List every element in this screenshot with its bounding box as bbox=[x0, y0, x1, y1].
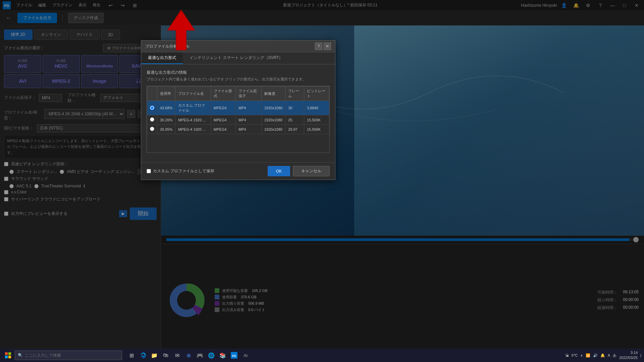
row-format-1: MPEG4 bbox=[211, 115, 235, 125]
col-fps: フレーム bbox=[285, 86, 304, 101]
row-usage-2: 26.05% bbox=[157, 125, 175, 134]
table-row[interactable]: 30.26% MPEG-4 1920 ... MPEG4 MP4 1920x10… bbox=[147, 115, 329, 125]
row-ext-0: MP4 bbox=[236, 101, 262, 115]
dialog-tab-optimal[interactable]: 最適な出力形式 bbox=[141, 52, 183, 64]
table-container[interactable]: 使用率 プロファイル名 ファイル形式 ファイル拡張子 解像度 フレーム ビットレ… bbox=[147, 86, 330, 153]
weather-icon: 🌤 bbox=[565, 353, 569, 357]
powerdirector-icon[interactable]: PD bbox=[229, 350, 239, 361]
taskbar: 🔍 ⊞ 📁 🛍 ✉ ⊕ 🎮 🌐 📚 PD Ai 🌤 9℃ ∧ � bbox=[0, 349, 644, 362]
table-row[interactable]: 43.68% カスタム プロファイル MPEG4 MP4 644x362 3… bbox=[147, 101, 329, 115]
table-body: 43.68% カスタム プロファイル MPEG4 MP4 644x362 3… bbox=[147, 101, 329, 134]
col-radio bbox=[147, 86, 157, 101]
row-profile-2: MPEG-4 1920 ... bbox=[175, 125, 211, 134]
dialog-close-btn[interactable]: ✕ bbox=[324, 43, 331, 50]
app9-icon[interactable]: 📚 bbox=[217, 350, 228, 361]
dialog-help-btn[interactable]: ? bbox=[315, 43, 322, 50]
chrome-icon[interactable]: ⊕ bbox=[183, 350, 194, 361]
col-ext: ファイル拡張子 bbox=[236, 86, 262, 101]
clock-date: 2022/03/25 bbox=[619, 355, 638, 360]
notification-tray-icon[interactable]: 🔔 bbox=[600, 353, 605, 358]
row-ext-1: MP4 bbox=[236, 115, 262, 125]
row-profile-1: MPEG-4 1920 ... bbox=[175, 115, 211, 125]
dialog-info-desc: プロジェクト内で最も多く使われているビデオ クリップの形式から、出力形式を選択で… bbox=[147, 77, 330, 82]
svg-text:PD: PD bbox=[232, 354, 236, 358]
row-format-2: MPEG4 bbox=[211, 125, 235, 134]
row-format-0: MPEG4 bbox=[211, 101, 235, 115]
row-radio-1[interactable] bbox=[150, 117, 154, 122]
dialog-title-text: プロファイル分析ツール bbox=[145, 44, 190, 49]
dialog-tab-svrt[interactable]: インテリジェント スマート レンダリング（SVRT） bbox=[183, 52, 289, 64]
search-icon: 🔍 bbox=[18, 353, 23, 358]
row-fps-0: 30 bbox=[285, 101, 304, 115]
row-resolution-2: 644x362 bbox=[261, 125, 285, 134]
system-clock[interactable]: 3:14 2022/03/25 bbox=[619, 350, 638, 361]
col-profile: プロファイル名 bbox=[175, 86, 211, 101]
table-row[interactable]: 26.05% MPEG-4 1920 ... MPEG4 MP4 1920x10… bbox=[147, 125, 329, 134]
svg-rect-7 bbox=[8, 352, 11, 355]
clock-time: 3:14 bbox=[619, 350, 638, 355]
row-profile-0: カスタム プロファイル bbox=[175, 101, 211, 115]
row-resolution-1: 644x362 bbox=[261, 115, 285, 125]
row-bitrate-1: 15,500K bbox=[304, 115, 329, 125]
dialog-controls: ? ✕ bbox=[315, 43, 331, 50]
row-radio-0[interactable] bbox=[150, 106, 154, 110]
col-usage: 使用率 bbox=[157, 86, 175, 101]
dialog-footer: カスタム プロファイルとして保存 OK キャンセル bbox=[141, 162, 335, 180]
col-bitrate: ビットレート bbox=[304, 86, 329, 101]
row-radio-2[interactable] bbox=[150, 127, 154, 131]
save-profile-label: カスタム プロファイルとして保存 bbox=[153, 168, 214, 174]
show-desktop[interactable]: | bbox=[640, 353, 641, 357]
ai-label: Ai bbox=[240, 350, 251, 361]
row-bitrate-0: 3,884K bbox=[304, 101, 329, 115]
taskbar-search[interactable]: 🔍 bbox=[15, 351, 122, 360]
save-profile-checkbox[interactable] bbox=[147, 169, 151, 173]
temperature: 9℃ bbox=[572, 353, 578, 358]
ok-button[interactable]: OK bbox=[268, 166, 290, 176]
svg-rect-6 bbox=[5, 352, 8, 355]
input-icon[interactable]: A bbox=[608, 353, 610, 357]
svg-point-10 bbox=[141, 355, 145, 357]
row-usage-1: 30.26% bbox=[157, 115, 175, 125]
explorer-icon[interactable]: 📁 bbox=[149, 350, 160, 361]
taskview-icon[interactable]: ⊞ bbox=[126, 350, 137, 361]
mail-icon[interactable]: ✉ bbox=[172, 350, 182, 361]
volume-icon[interactable]: 🔊 bbox=[593, 353, 598, 358]
row-resolution-0: 644x362 bbox=[261, 101, 285, 115]
network-icon[interactable]: 📶 bbox=[586, 353, 590, 358]
svg-rect-9 bbox=[8, 356, 11, 358]
col-resolution: 解像度 bbox=[261, 86, 285, 101]
dialog-info-title: 最適な出力形式の情報 bbox=[147, 70, 330, 75]
row-bitrate-2: 15,500K bbox=[304, 125, 329, 134]
edge-icon[interactable] bbox=[138, 350, 148, 361]
dialog-tabs: 最適な出力形式 インテリジェント スマート レンダリング（SVRT） bbox=[141, 52, 335, 64]
profile-table: 使用率 プロファイル名 ファイル形式 ファイル拡張子 解像度 フレーム ビットレ… bbox=[147, 86, 329, 134]
col-format: ファイル形式 bbox=[211, 86, 235, 101]
app8-icon[interactable]: 🌐 bbox=[206, 350, 217, 361]
row-ext-2: MP4 bbox=[236, 125, 262, 134]
start-button-taskbar[interactable] bbox=[3, 350, 13, 361]
row-fps-1: 25 bbox=[285, 115, 304, 125]
dialog-content: 最適な出力形式の情報 プロジェクト内で最も多く使われているビデオ クリップの形式… bbox=[141, 64, 335, 162]
row-fps-2: 29.97 bbox=[285, 125, 304, 134]
dialog-titlebar: プロファイル分析ツール ? ✕ bbox=[141, 41, 335, 52]
cancel-button[interactable]: キャンセル bbox=[293, 166, 330, 176]
search-input[interactable] bbox=[25, 353, 92, 358]
table-header-row: 使用率 プロファイル名 ファイル形式 ファイル拡張子 解像度 フレーム ビットレ… bbox=[147, 86, 329, 101]
svg-rect-8 bbox=[5, 356, 8, 358]
store-icon[interactable]: 🛍 bbox=[160, 350, 171, 361]
save-profile-checkbox-label[interactable]: カスタム プロファイルとして保存 bbox=[147, 168, 214, 174]
profile-analysis-dialog: プロファイル分析ツール ? ✕ 最適な出力形式 インテリジェント スマート レン… bbox=[141, 40, 335, 180]
dialog-action-buttons: OK キャンセル bbox=[268, 166, 330, 176]
ime-icon[interactable]: あ bbox=[613, 353, 616, 358]
taskbar-app-icons: ⊞ 📁 🛍 ✉ ⊕ 🎮 🌐 📚 PD Ai bbox=[126, 350, 251, 361]
app7-icon[interactable]: 🎮 bbox=[195, 350, 205, 361]
chevron-up-icon[interactable]: ∧ bbox=[580, 353, 583, 358]
row-usage-0: 43.68% bbox=[157, 101, 175, 115]
taskbar-system-tray: 🌤 9℃ ∧ 📶 🔊 🔔 A あ 3:14 2022/03/25 | bbox=[565, 350, 641, 361]
